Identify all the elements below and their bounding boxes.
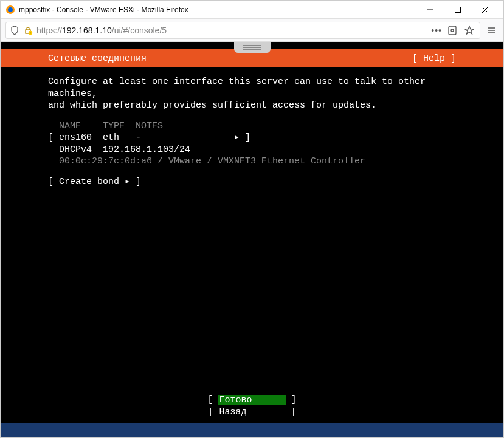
window-controls — [416, 1, 499, 18]
reader-mode-icon[interactable] — [446, 24, 459, 37]
svg-point-10 — [451, 29, 454, 32]
browser-window: mppostfix - Console - VMware ESXi - Mozi… — [0, 0, 504, 438]
mac-row: 00:0c:29:7c:0d:a6 / VMware / VMXNET3 Eth… — [48, 156, 456, 168]
lock-warning-icon[interactable]: ! — [23, 26, 33, 35]
page-content: Сетевые соединения [ Help ] Configure at… — [1, 42, 503, 437]
create-bond-button[interactable]: [ Create bond ▸ ] — [48, 176, 456, 188]
maximize-button[interactable] — [444, 1, 471, 18]
help-button[interactable]: [ Help ] — [412, 53, 456, 64]
menu-icon[interactable] — [485, 24, 499, 37]
url-bar[interactable]: ! https://192.168.1.10/ui/#/console/5 ••… — [5, 22, 480, 39]
bottom-buttons: [ Готово ] [ Назад ] — [1, 394, 503, 418]
console-tab-handle[interactable] — [234, 42, 271, 53]
tracking-shield-icon[interactable] — [10, 26, 19, 35]
console-title: Сетевые соединения — [48, 53, 147, 64]
url-more-icon[interactable]: ••• — [431, 26, 442, 35]
svg-rect-3 — [455, 7, 460, 12]
column-headers: NAME TYPE NOTES — [48, 120, 456, 132]
close-button[interactable] — [471, 1, 499, 18]
window-title: mppostfix - Console - VMware ESXi - Mozi… — [19, 5, 416, 14]
browser-toolbar: ! https://192.168.1.10/ui/#/console/5 ••… — [1, 19, 503, 42]
svg-point-1 — [8, 7, 13, 12]
url-text: https://192.168.1.10/ui/#/console/5 — [36, 26, 427, 35]
done-button[interactable]: [ Готово ] — [207, 394, 296, 406]
bookmark-star-icon[interactable] — [463, 24, 476, 37]
interface-row[interactable]: [ ens160 eth - ▸ ] — [48, 132, 456, 144]
dhcp-row: DHCPv4 192.168.1.103/24 — [48, 144, 456, 156]
instructions-text: Configure at least one interface this se… — [48, 76, 456, 112]
firefox-icon — [5, 5, 15, 15]
svg-rect-9 — [449, 26, 456, 35]
svg-text:!: ! — [30, 31, 30, 35]
titlebar: mppostfix - Console - VMware ESXi - Mozi… — [1, 1, 503, 19]
back-button[interactable]: [ Назад ] — [208, 406, 295, 419]
footer-bar — [1, 423, 503, 437]
minimize-button[interactable] — [416, 1, 444, 18]
toolbar-right — [485, 24, 499, 37]
console-body[interactable]: Configure at least one interface this se… — [1, 67, 503, 423]
